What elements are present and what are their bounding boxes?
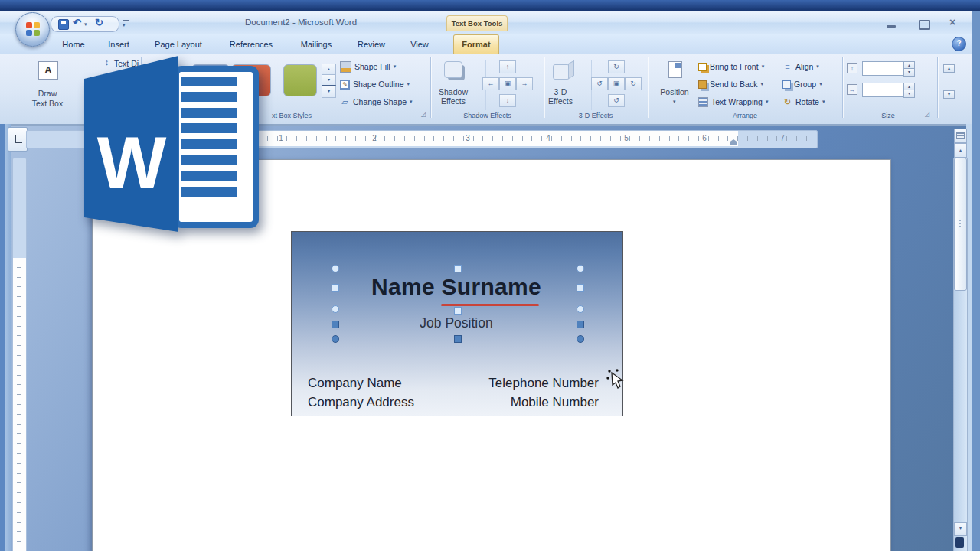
card-name-textbox[interactable]: Name Surname	[291, 274, 622, 300]
change-shape-button[interactable]: ▱ Change Shape ▾	[340, 96, 413, 108]
tilt-up-icon[interactable]: ↻	[608, 60, 625, 73]
position-caret-icon[interactable]: ▾	[673, 99, 676, 105]
bring-to-front-label: Bring to Front	[710, 62, 759, 71]
selection-handle[interactable]	[454, 335, 462, 343]
selection-handle[interactable]	[577, 305, 584, 313]
selection-handle[interactable]	[332, 284, 339, 292]
help-icon[interactable]: ?	[952, 37, 966, 51]
rotate-button[interactable]: ↻ Rotate ▾	[782, 96, 825, 108]
nudge-shadow-left-icon[interactable]: ←	[482, 77, 499, 90]
shape-outline-button[interactable]: ✎ Shape Outline ▾	[340, 78, 410, 90]
ribbon-scroll-down-icon[interactable]: ▾	[943, 90, 955, 99]
shape-fill-button[interactable]: Shape Fill ▾	[340, 60, 396, 73]
position-button[interactable]: Position	[652, 87, 697, 96]
undo-icon[interactable]: ↶	[73, 17, 81, 28]
tab-review[interactable]: Review	[354, 37, 389, 52]
size-dialog-launcher-icon[interactable]: ◿	[925, 111, 929, 118]
toggle-shadow-icon[interactable]: ▣	[499, 77, 516, 90]
vruler-ticks	[17, 258, 21, 551]
styles-dialog-launcher-icon[interactable]: ◿	[421, 111, 426, 118]
save-icon[interactable]	[58, 19, 69, 30]
group-label: Group	[794, 80, 816, 89]
rotate-label: Rotate	[795, 97, 819, 106]
company-address-text: Company Address	[308, 393, 414, 412]
style-swatch-green[interactable]	[283, 64, 317, 96]
ruler-toggle-button[interactable]	[954, 129, 967, 143]
selection-handle[interactable]	[577, 321, 584, 328]
align-button[interactable]: ≡ Align ▾	[782, 60, 819, 73]
select-browse-object-button[interactable]	[956, 537, 964, 548]
card-job-textbox[interactable]: Job Position	[291, 315, 622, 331]
ruler-toggle-icon	[956, 132, 965, 139]
ruler-number: 4	[544, 134, 552, 142]
vertical-ruler	[12, 158, 27, 551]
selection-handle[interactable]	[454, 307, 462, 315]
tilt-down-icon[interactable]: ↺	[608, 94, 625, 107]
redo-icon[interactable]: ↻	[95, 17, 103, 28]
styles-gallery-more-icon[interactable]: ▾	[322, 85, 336, 98]
shape-fill-caret-icon: ▾	[394, 64, 397, 70]
tab-format-active[interactable]: Format	[453, 34, 499, 54]
selection-handle[interactable]	[332, 305, 339, 313]
height-spin-down-icon[interactable]: ▾	[903, 68, 915, 77]
shape-height-input[interactable]	[862, 61, 903, 76]
group-separator	[842, 57, 843, 118]
rotate-caret-icon: ▾	[822, 99, 825, 105]
qat-customize-icon[interactable]	[122, 20, 129, 21]
office-button[interactable]	[15, 12, 50, 47]
send-to-back-caret-icon: ▾	[760, 81, 763, 87]
undo-dropdown-icon[interactable]: ▾	[84, 21, 87, 28]
vertical-scrollbar-thumb[interactable]	[954, 158, 967, 291]
draw-text-box-icon[interactable]: A	[38, 61, 58, 80]
ruler-number: 2	[371, 134, 378, 142]
draw-text-box-label[interactable]: Draw	[17, 89, 78, 98]
close-button[interactable]: ×	[945, 16, 960, 29]
minimize-button[interactable]	[887, 25, 896, 28]
styles-gallery-down-icon[interactable]: ▾	[322, 74, 336, 86]
change-shape-icon: ▱	[340, 97, 350, 107]
shadow-effects-button2[interactable]: Effects	[430, 96, 476, 106]
draw-text-box-label2[interactable]: Text Box	[17, 99, 78, 108]
selection-handle[interactable]	[577, 284, 584, 292]
selection-handle[interactable]	[332, 321, 339, 328]
selection-handle[interactable]	[332, 335, 339, 343]
restore-button[interactable]	[919, 20, 930, 30]
align-icon: ≡	[782, 62, 792, 72]
toggle-threed-icon[interactable]: ▣	[608, 77, 625, 90]
tab-stop-selector[interactable]	[8, 127, 28, 152]
shadow-effects-button[interactable]: Shadow	[430, 87, 476, 96]
group-button[interactable]: Group ▾	[782, 78, 822, 90]
ribbon-scroll-up-icon[interactable]: ▴	[943, 64, 955, 73]
styles-gallery-up-icon[interactable]: ▴	[322, 64, 336, 75]
group-icon	[782, 80, 791, 89]
selection-handle[interactable]	[577, 335, 584, 343]
tab-mailings[interactable]: Mailings	[296, 37, 337, 52]
office-logo-petal	[26, 30, 32, 36]
card-contact-textbox[interactable]: Telephone Number Mobile Number	[413, 373, 599, 412]
scroll-down-icon[interactable]: ▾	[954, 522, 967, 536]
contextual-tab-group-header: Text Box Tools	[446, 15, 508, 31]
qat-customize-caret[interactable]: ▾	[122, 22, 126, 28]
selection-handle[interactable]	[332, 265, 339, 272]
nudge-shadow-down-icon[interactable]: ↓	[499, 94, 516, 107]
company-name-text: Company Name	[308, 373, 414, 393]
card-company-textbox[interactable]: Company Name Company Address	[308, 373, 414, 412]
shape-width-input[interactable]	[862, 83, 903, 97]
threed-effects-button2[interactable]: Effects	[541, 96, 580, 106]
tilt-right-icon[interactable]: ↻	[625, 77, 642, 90]
scrollbar-grip	[959, 220, 961, 221]
position-icon	[668, 61, 682, 78]
nudge-shadow-up-icon[interactable]: ↑	[499, 60, 516, 73]
nudge-shadow-right-icon[interactable]: →	[516, 77, 533, 90]
tab-view[interactable]: View	[406, 37, 433, 52]
width-spin-down-icon[interactable]: ▾	[903, 90, 915, 98]
threed-effects-button[interactable]: 3-D	[541, 87, 580, 96]
text-wrapping-label: Text Wrapping	[711, 97, 763, 106]
selection-handle[interactable]	[577, 265, 584, 272]
tilt-left-icon[interactable]: ↺	[591, 77, 608, 90]
selection-handle[interactable]	[454, 265, 462, 272]
text-wrapping-button[interactable]: Text Wrapping ▾	[698, 96, 768, 108]
scroll-up-icon[interactable]: ▴	[954, 143, 967, 158]
bring-to-front-button[interactable]: Bring to Front ▾	[698, 60, 764, 73]
send-to-back-button[interactable]: Send to Back ▾	[698, 78, 763, 90]
